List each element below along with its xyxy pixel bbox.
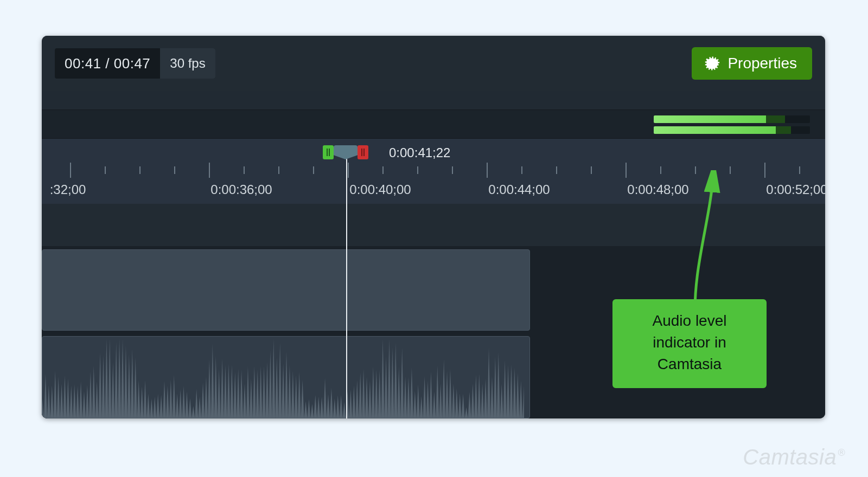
audio-clip[interactable] — [42, 336, 530, 418]
timecode-readout: 00:41 / 00:47 30 fps — [55, 48, 215, 79]
timecode-current-total: 00:41 / 00:47 — [55, 48, 160, 79]
properties-button-label: Properties — [727, 55, 797, 72]
playhead-in-marker[interactable] — [323, 145, 334, 159]
properties-button[interactable]: Properties — [692, 47, 812, 80]
annotation-callout: Audio level indicator in Camtasia — [612, 299, 767, 388]
video-editor-window: 00:41 / 00:47 30 fps Properties :32;000:… — [42, 36, 825, 418]
ruler-label: :32;00 — [50, 182, 86, 197]
ruler-label: 0:00:52;00 — [766, 182, 825, 197]
ruler-label: 0:00:44;00 — [488, 182, 550, 197]
playhead-out-marker[interactable] — [358, 145, 368, 159]
video-clip[interactable] — [42, 249, 530, 331]
audio-level-meter-left — [654, 115, 810, 123]
registered-mark: ® — [838, 447, 845, 458]
annotation-arrow — [691, 170, 723, 310]
audio-level-meter-right — [654, 126, 810, 134]
top-toolbar: 00:41 / 00:47 30 fps Properties — [42, 36, 825, 91]
playhead-time-label: 0:00:41;22 — [389, 145, 450, 160]
gear-icon — [704, 55, 720, 72]
brand-watermark-text: Camtasia — [743, 445, 837, 469]
playhead-handle[interactable] — [323, 144, 386, 160]
audio-level-meter — [654, 115, 810, 134]
brand-watermark: Camtasia® — [743, 445, 844, 469]
audio-waveform — [42, 337, 524, 418]
playhead-grip[interactable] — [334, 145, 358, 159]
fps-button[interactable]: 30 fps — [160, 48, 215, 79]
ruler-label: 0:00:36;00 — [210, 182, 272, 197]
annotation-callout-text: Audio level indicator in Camtasia — [653, 312, 727, 372]
ruler-label: 0:00:48;00 — [627, 182, 688, 197]
meter-band — [42, 109, 825, 139]
ruler-label: 0:00:40;00 — [349, 182, 411, 197]
playhead-line — [346, 152, 347, 418]
